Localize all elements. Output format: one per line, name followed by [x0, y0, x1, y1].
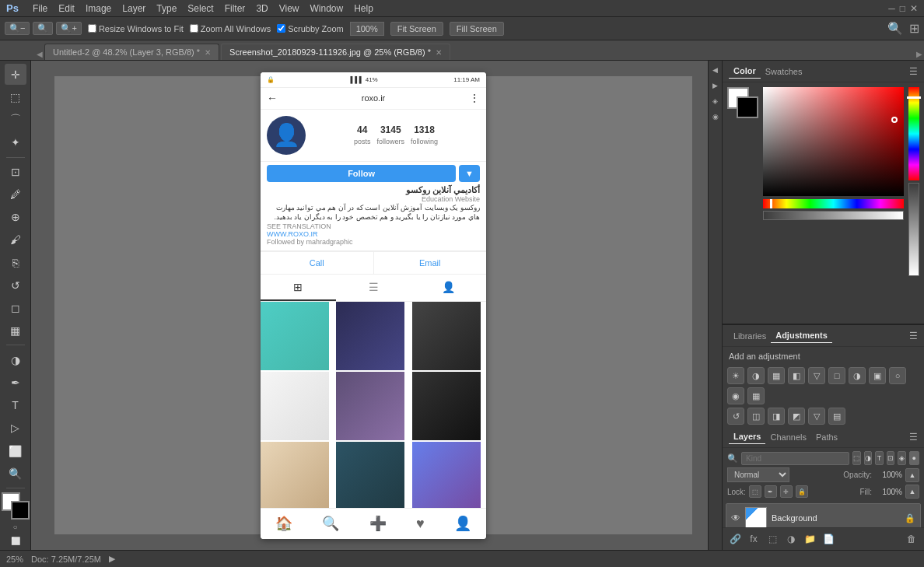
zoom-all-checkbox-label[interactable]: Zoom All Windows: [190, 24, 271, 33]
type-tool[interactable]: T: [5, 395, 26, 416]
smart-filter-btn[interactable]: ◈: [898, 451, 905, 465]
new-layer-btn[interactable]: 📄: [821, 531, 836, 547]
zoom-tool[interactable]: 🔍: [5, 463, 26, 484]
dodge-tool[interactable]: ◑: [5, 349, 26, 370]
adj-exposure-icon[interactable]: ◧: [788, 367, 805, 384]
adj-vibrance-icon[interactable]: ▣: [869, 367, 886, 384]
color-spectrum[interactable]: [763, 87, 904, 196]
menu-view[interactable]: View: [279, 3, 299, 14]
lock-position-btn[interactable]: ✒: [765, 485, 777, 498]
layers-panel-menu-icon[interactable]: ☰: [909, 432, 918, 443]
zoom-all-checkbox[interactable]: [190, 24, 198, 33]
menu-file[interactable]: File: [33, 3, 47, 14]
search-icon[interactable]: 🔍: [887, 21, 903, 36]
adj-posterize-icon[interactable]: ◩: [788, 408, 805, 425]
pixel-filter-btn[interactable]: ⬚: [852, 451, 861, 465]
adj-selective-color-icon[interactable]: ▤: [828, 408, 845, 425]
tab-screenshot-close[interactable]: ✕: [436, 48, 442, 57]
zoom-out-button[interactable]: 🔍−: [5, 22, 30, 35]
kind-search-input[interactable]: [741, 452, 849, 465]
grid-tab-list[interactable]: ☰: [336, 275, 411, 301]
adj-solid-color-icon[interactable]: □: [828, 367, 845, 384]
layer-background[interactable]: 👁 Background 🔒: [726, 503, 921, 527]
opacity-slider[interactable]: [908, 183, 919, 276]
eyedropper-tool[interactable]: 🖉: [5, 184, 26, 205]
follow-dropdown-button[interactable]: ▼: [459, 165, 480, 182]
adjustment-layer-btn[interactable]: ◑: [783, 531, 799, 547]
lock-artboard-btn[interactable]: ✛: [780, 485, 793, 498]
menu-image[interactable]: Image: [86, 3, 111, 14]
delete-layer-btn[interactable]: 🗑: [904, 531, 919, 547]
resize-windows-checkbox[interactable]: [88, 24, 96, 33]
opacity-bar[interactable]: [763, 211, 904, 220]
menu-filter[interactable]: Filter: [225, 3, 246, 14]
path-tool[interactable]: ▷: [5, 418, 26, 439]
panel-fx-btn[interactable]: ◉: [709, 110, 722, 123]
color-panel-menu-icon[interactable]: ☰: [909, 66, 918, 77]
adj-hue-sat-icon[interactable]: ◑: [849, 367, 866, 384]
adj-gradient-map-icon[interactable]: ▽: [808, 367, 825, 384]
layer-visibility-icon[interactable]: 👁: [731, 513, 740, 523]
blend-mode-select[interactable]: Normal: [727, 467, 789, 482]
phone-home-icon[interactable]: 🏠: [275, 515, 292, 532]
profile-website[interactable]: WWW.ROXO.IR: [267, 230, 480, 238]
resize-windows-checkbox-label[interactable]: Resize Windows to Fit: [88, 24, 184, 33]
foreground-background-colors[interactable]: [2, 492, 30, 520]
screen-mode-btn[interactable]: ⬜: [5, 535, 26, 548]
move-tool[interactable]: ✛: [5, 64, 26, 85]
history-tool[interactable]: ↺: [5, 275, 26, 296]
phone-search-icon[interactable]: 🔍: [322, 515, 339, 532]
adj-threshold-icon[interactable]: ▽: [808, 408, 825, 425]
adj-color-balance-icon[interactable]: ○: [889, 367, 906, 384]
see-translation[interactable]: SEE TRANSLATION: [267, 222, 480, 230]
adj-levels-icon[interactable]: ▦: [768, 367, 785, 384]
layout-icon[interactable]: ⊞: [909, 21, 919, 36]
eraser-tool[interactable]: ◻: [5, 297, 26, 318]
adj-color-lookup-icon[interactable]: ◫: [747, 408, 765, 425]
lasso-tool[interactable]: ⌒: [5, 109, 26, 130]
filter-on-btn[interactable]: ●: [909, 451, 920, 465]
adj-brightness-icon[interactable]: ☀: [727, 367, 744, 384]
fill-lock-btn[interactable]: ▲: [905, 485, 919, 499]
adj-bw-icon[interactable]: ◉: [727, 387, 744, 404]
menu-layer[interactable]: Layer: [122, 3, 145, 14]
libraries-tab[interactable]: Libraries: [729, 329, 771, 343]
phone-profile-icon[interactable]: 👤: [454, 515, 471, 532]
channels-tab[interactable]: Channels: [765, 430, 810, 444]
adj-curves-icon[interactable]: ◑: [747, 367, 765, 384]
swatches-tab[interactable]: Swatches: [761, 65, 807, 79]
follow-button[interactable]: Follow: [267, 165, 456, 182]
menu-select[interactable]: Select: [187, 3, 213, 14]
opacity-lock-btn[interactable]: ▲: [905, 468, 919, 482]
gradient-tool[interactable]: ▦: [5, 320, 26, 341]
menu-window[interactable]: Window: [310, 3, 344, 14]
call-button[interactable]: Call: [261, 252, 374, 274]
brush-tool[interactable]: 🖌: [5, 229, 26, 250]
panel-collapse-left[interactable]: ◀: [35, 48, 44, 60]
scrubby-zoom-checkbox-label[interactable]: Scrubby Zoom: [277, 24, 344, 33]
menu-help[interactable]: Help: [354, 3, 373, 14]
pen-tool[interactable]: ✒: [5, 373, 26, 394]
tab-untitled[interactable]: Untitled-2 @ 48.2% (Layer 3, RGB/8) * ✕: [44, 44, 219, 60]
scrubby-zoom-checkbox[interactable]: [277, 24, 285, 33]
quick-mask-btn[interactable]: ○: [5, 521, 26, 534]
minimize-button[interactable]: ─: [888, 3, 895, 14]
phone-more-menu[interactable]: ⋮: [469, 92, 480, 104]
grid-tab-grid[interactable]: ⊞: [261, 275, 336, 301]
tab-screenshot[interactable]: Screenshot_20180929-111926.jpg @ 25% (RG…: [221, 44, 450, 60]
adj-panel-menu-icon[interactable]: ☰: [909, 331, 918, 341]
crop-tool[interactable]: ⊡: [5, 161, 26, 182]
hue-slider[interactable]: [908, 87, 919, 180]
adj-photo-filter-icon[interactable]: ▦: [747, 387, 765, 404]
layer-effects-btn[interactable]: fx: [746, 531, 761, 547]
shape-tool[interactable]: ⬜: [5, 440, 26, 461]
background-color[interactable]: [11, 501, 30, 520]
close-button[interactable]: ✕: [910, 3, 918, 14]
new-group-btn[interactable]: 📁: [802, 531, 817, 547]
color-gradient-picker[interactable]: [763, 87, 904, 319]
phone-back-arrow[interactable]: ←: [267, 92, 278, 104]
email-button[interactable]: Email: [374, 252, 487, 274]
type-filter-btn[interactable]: T: [875, 451, 883, 465]
fit-screen-button[interactable]: Fit Screen: [390, 22, 443, 36]
zoom-in-button[interactable]: 🔍+: [56, 22, 81, 35]
